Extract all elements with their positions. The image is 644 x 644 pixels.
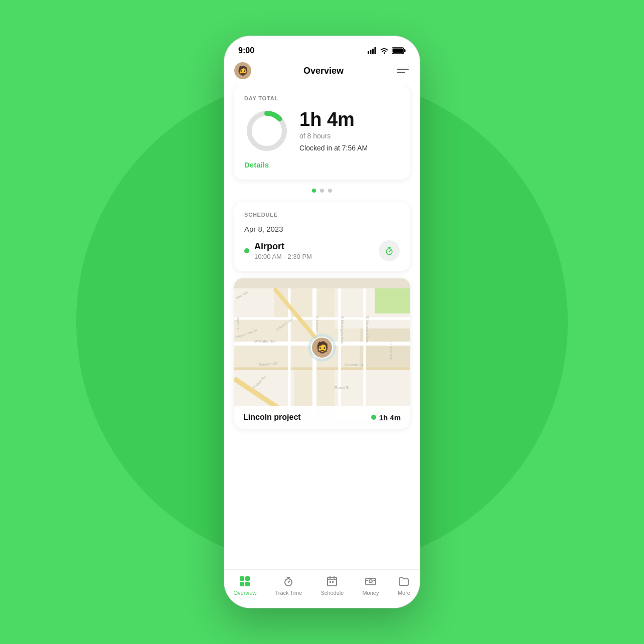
status-icons [368, 47, 406, 54]
dot-3[interactable] [328, 189, 332, 193]
schedule-left: Airport 10:00 AM - 2:30 PM [244, 241, 312, 260]
svg-rect-1 [370, 50, 372, 55]
money-icon [364, 575, 377, 588]
avatar-face: 🧔 [237, 65, 248, 76]
nav-item-track-time[interactable]: Track Time [275, 575, 302, 596]
project-time-value: 1h 4m [379, 413, 401, 422]
svg-rect-58 [330, 581, 331, 583]
dot-1[interactable] [312, 189, 316, 193]
svg-line-53 [288, 581, 290, 583]
pagination-dots [234, 187, 410, 195]
nav-bar: 🧔 Overview [224, 58, 420, 85]
timer-nav-icon [282, 575, 295, 588]
schedule-label: SCHEDULE [244, 212, 400, 218]
svg-rect-3 [375, 47, 376, 54]
avatar[interactable]: 🧔 [234, 62, 251, 79]
nav-label-more: More [398, 590, 410, 596]
phone-frame: 9:00 🧔 [224, 36, 420, 608]
svg-text:Rossi St: Rossi St [335, 385, 350, 390]
svg-rect-47 [245, 576, 250, 581]
svg-text:S Vermont Ave: S Vermont Ave [365, 316, 370, 343]
main-content: DAY TOTAL 1h 4m of 8 hours Clocked in at… [224, 85, 420, 569]
svg-text:Joyce St: Joyce St [236, 316, 240, 330]
svg-text:🧔: 🧔 [315, 341, 330, 354]
bottom-nav: Overview Track Time [224, 569, 420, 608]
schedule-time-range: 10:00 AM - 2:30 PM [254, 253, 312, 260]
status-bar: 9:00 [224, 36, 420, 58]
svg-line-12 [389, 250, 391, 252]
stopwatch-icon [384, 246, 394, 256]
nav-label-track-time: Track Time [275, 590, 302, 596]
nav-item-more[interactable]: More [397, 575, 410, 596]
svg-text:S Grant Ave: S Grant Ave [389, 341, 393, 360]
schedule-details: Airport 10:00 AM - 2:30 PM [254, 241, 312, 260]
project-time: 1h 4m [371, 413, 401, 422]
nav-item-overview[interactable]: Overview [234, 575, 257, 596]
of-hours: of 8 hours [299, 132, 368, 140]
svg-rect-2 [372, 49, 374, 54]
schedule-date: Apr 8, 2023 [244, 225, 400, 233]
nav-item-money[interactable]: Money [362, 575, 379, 596]
svg-text:S Michigan Ave: S Michigan Ave [340, 316, 345, 344]
svg-rect-59 [332, 581, 334, 583]
menu-icon[interactable] [396, 64, 410, 78]
signal-icon [368, 47, 377, 54]
nav-label-schedule: Schedule [320, 590, 344, 596]
svg-rect-46 [240, 576, 244, 581]
schedule-item: Airport 10:00 AM - 2:30 PM [244, 240, 400, 261]
battery-icon [392, 47, 406, 54]
folder-icon [397, 575, 410, 588]
svg-rect-60 [366, 578, 376, 585]
grid-icon [238, 575, 251, 588]
dot-2[interactable] [320, 189, 324, 193]
details-link[interactable]: Details [244, 160, 269, 169]
donut-chart [244, 108, 289, 153]
map-background: W Potter Dr Beacon St Beacon St S Lincol… [234, 278, 410, 429]
project-name: Lincoln project [243, 413, 301, 422]
nav-item-schedule[interactable]: Schedule [320, 575, 344, 596]
nav-label-money: Money [362, 590, 379, 596]
clocked-in-time: Clocked in at 7:56 AM [299, 144, 368, 152]
page-title: Overview [303, 66, 344, 76]
day-total-card: DAY TOTAL 1h 4m of 8 hours Clocked in at… [234, 85, 410, 180]
svg-rect-48 [240, 582, 244, 586]
project-dot [371, 415, 376, 420]
day-total-body: 1h 4m of 8 hours Clocked in at 7:56 AM [244, 108, 400, 153]
green-dot-indicator [244, 248, 249, 253]
schedule-card: SCHEDULE Apr 8, 2023 Airport 10:00 AM - … [234, 202, 410, 271]
nav-label-overview: Overview [234, 590, 257, 596]
svg-rect-5 [393, 49, 403, 53]
svg-rect-0 [368, 51, 369, 54]
svg-point-61 [369, 580, 372, 583]
day-total-label: DAY TOTAL [244, 95, 400, 101]
map-overlay: Lincoln project 1h 4m [234, 406, 410, 429]
status-time: 9:00 [238, 46, 254, 55]
svg-rect-19 [375, 288, 410, 313]
schedule-location: Airport [254, 241, 312, 252]
map-card: W Potter Dr Beacon St Beacon St S Lincol… [234, 278, 410, 429]
time-display: 1h 4m [299, 110, 368, 129]
svg-rect-14 [234, 288, 274, 318]
svg-rect-49 [245, 582, 250, 586]
svg-text:W Potter Dr: W Potter Dr [254, 339, 275, 344]
svg-text:Beacon St: Beacon St [345, 363, 364, 367]
timer-button[interactable] [379, 240, 400, 261]
svg-rect-6 [404, 49, 406, 52]
calendar-icon [326, 575, 339, 588]
svg-text:S Lincoln: S Lincoln [315, 316, 319, 333]
donut-svg [244, 108, 289, 153]
day-total-info: 1h 4m of 8 hours Clocked in at 7:56 AM [299, 110, 368, 152]
wifi-icon [380, 47, 389, 54]
